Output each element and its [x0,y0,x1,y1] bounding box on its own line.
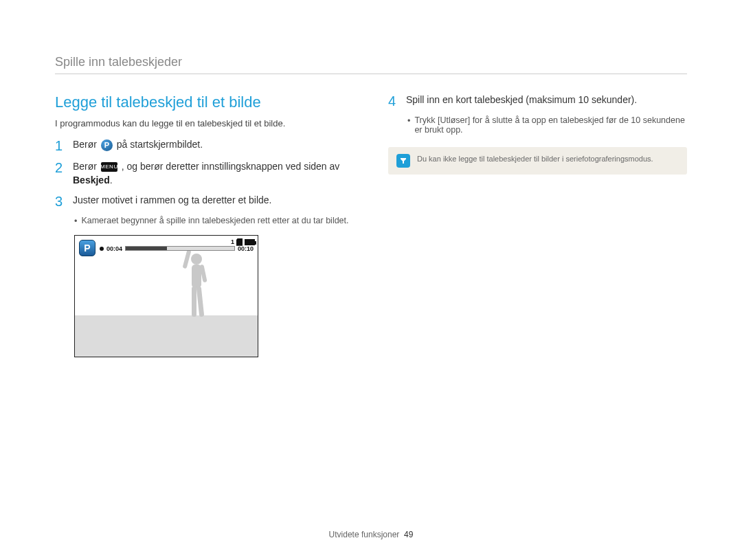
step4-sub-before: Trykk [ [414,115,440,125]
step-number: 1 [55,138,66,153]
svg-point-0 [191,254,202,265]
step-3: 3 Juster motivet i rammen og ta deretter… [55,194,354,209]
bullet-dot: • [407,115,410,135]
bullet-dot: • [74,216,77,228]
total-time: 00:10 [238,245,254,252]
elapsed-time: 00:04 [106,245,122,252]
note-text: Du kan ikke legge til talebeskjeder til … [417,154,653,164]
info-icon [396,154,410,168]
step-4: 4 Spill inn en kort talebeskjed (maksimu… [388,93,687,109]
step3-sub: • Kameraet begynner å spille inn talebes… [74,216,354,228]
step-text: Juster motivet i rammen og ta deretter e… [73,194,271,208]
svg-rect-5 [196,286,205,316]
step4-sub: • Trykk [Utløser] for å slutte å ta opp … [407,115,687,135]
step2-before: Berør [73,161,100,172]
step-1: 1 Berør P på startskjermbildet. [55,138,354,153]
program-mode-icon: P [101,139,113,151]
right-column: 4 Spill inn en kort talebeskjed (maksimu… [388,93,687,357]
record-dot-icon [100,247,104,251]
step4-sub-bold: Utløser [440,115,467,125]
step4-sub-text: Trykk [Utløser] for å slutte å ta opp en… [414,115,687,135]
step-number: 3 [55,194,66,209]
section-heading: Legge til talebeskjed til et bilde [55,93,354,111]
note-box: Du kan ikke legge til talebeskjeder til … [388,147,687,175]
step3-sub-text: Kameraet begynner å spille inn talebeskj… [81,216,348,228]
progress-track [125,246,235,251]
step2-after: . [110,175,113,186]
intro-text: I programmodus kan du legge til en taleb… [55,118,354,128]
shot-count: 1 [231,238,234,245]
battery-icon [245,239,255,245]
step-2: 2 Berør MENU , og berør deretter innstil… [55,160,354,187]
person-silhouette [178,249,212,325]
step-text: Berør P på startskjermbildet. [73,138,203,152]
mode-badge-icon: P [79,240,95,256]
step-number: 4 [388,93,399,109]
svg-rect-1 [192,265,201,288]
left-column: Legge til talebeskjed til et bilde I pro… [55,93,354,357]
camera-preview: P 00:04 00:10 1 [74,235,258,357]
step2-bold: Beskjed [73,175,110,186]
step-number: 2 [55,160,66,175]
page-footer: Utvidete funksjoner 49 [0,530,742,539]
step-text: Spill inn en kort talebeskjed (maksimum … [406,93,637,107]
step1-after: på startskjermbildet. [117,139,203,150]
footer-section: Utvidete funksjoner [329,530,400,539]
page-number: 49 [404,530,413,539]
step-text: Berør MENU , og berør deretter innstilli… [73,160,354,187]
progress-fill [126,247,167,250]
svg-rect-4 [192,287,196,317]
page-header: Spille inn talebeskjeder [55,55,687,74]
preview-ground [75,315,258,357]
preview-status-icons: 1 [231,238,255,246]
sd-card-icon [236,238,243,246]
step1-before: Berør [73,139,100,150]
menu-icon: MENU [101,162,117,172]
step2-mid: , og berør deretter innstillingsknappen … [122,161,340,172]
